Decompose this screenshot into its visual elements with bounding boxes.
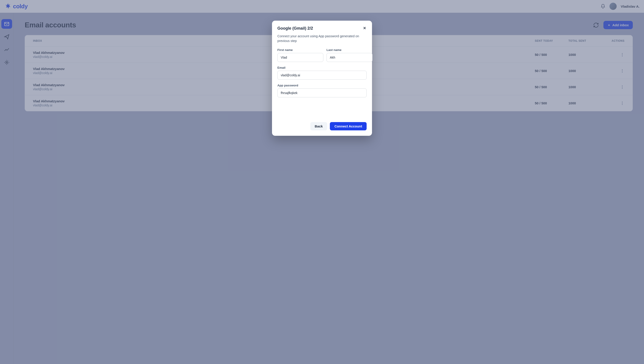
email-label: Email	[278, 66, 366, 69]
modal-subtitle: Connect your account using App password …	[278, 34, 366, 43]
close-icon[interactable]	[362, 26, 366, 30]
modal-footer: Back Connect Account	[278, 122, 366, 130]
app-password-input[interactable]	[278, 88, 366, 97]
connect-account-modal: Google (Gmail) 2/2 Connect your account …	[272, 21, 372, 136]
email-input[interactable]	[278, 71, 366, 80]
last-name-label: Last name	[326, 48, 372, 52]
app-password-label: App password	[278, 84, 366, 87]
modal-overlay[interactable]: Google (Gmail) 2/2 Connect your account …	[0, 0, 644, 364]
modal-form: First name Last name Email App password	[278, 48, 366, 97]
modal-title: Google (Gmail) 2/2	[278, 26, 313, 31]
back-button[interactable]: Back	[310, 122, 328, 130]
last-name-input[interactable]	[326, 53, 372, 62]
first-name-label: First name	[278, 48, 323, 52]
connect-account-button[interactable]: Connect Account	[330, 122, 366, 130]
first-name-input[interactable]	[278, 53, 323, 62]
